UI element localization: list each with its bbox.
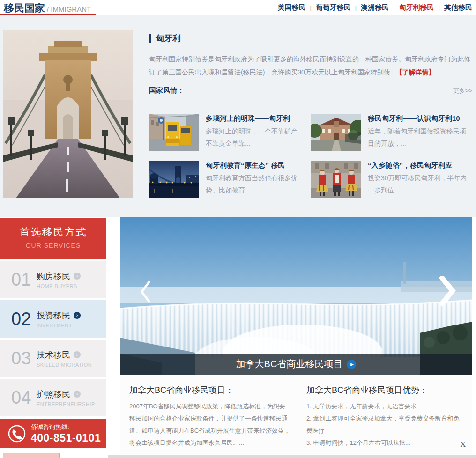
- hero-image-chain-bridge: [3, 30, 133, 198]
- hotline-texts: 侨诚咨询热线: 400-851-0101: [31, 423, 101, 444]
- nav-separator: |: [355, 4, 357, 11]
- advantage-item: 2. 拿到工签即可全家登录加拿大，享受免费义务教育和免费医疗: [306, 413, 464, 437]
- news-excerpt: 近年，随着匈牙利国债投资移民项目的开放，...: [368, 125, 472, 149]
- news-title[interactable]: “入乡随俗”，移民匈牙利应: [368, 161, 472, 170]
- news-thumbnail-trams: [149, 114, 199, 151]
- nav-item-portugal[interactable]: 葡萄牙移民: [316, 3, 351, 11]
- bottom-strip: [108, 455, 476, 458]
- service-labels: 投资移民 › INVESTMENT: [37, 310, 81, 328]
- night-bridge-illustration: [149, 161, 199, 198]
- carousel-caption: 加拿大BC省商业移民项目: [236, 358, 343, 370]
- phone-icon: [7, 424, 26, 443]
- advantage-item: 1. 无学历要求，无年龄要求，无语言要求: [306, 400, 464, 413]
- service-item-home-buyers[interactable]: 01 购房移民 › HOME BUYERS: [0, 261, 106, 298]
- service-label-en: HOME BUYERS: [37, 283, 81, 289]
- title-accent-bar: [149, 34, 151, 43]
- nav-item-australia[interactable]: 澳洲移民: [361, 3, 389, 11]
- project-body: 2007年BC省移民局调整移民政策，降低甄选标准，为想要移民加国的合格企业家房款…: [129, 400, 290, 449]
- news-thumbnail-university: [311, 114, 361, 151]
- next-block-partial: [3, 453, 60, 458]
- close-button[interactable]: X: [460, 440, 466, 449]
- service-label-cn: 技术移民: [37, 349, 70, 361]
- hotline-label: 侨诚咨询热线:: [31, 423, 101, 431]
- news-item-folk-dancers[interactable]: “入乡随俗”，移民匈牙利应 投资30万即可移民匈牙利，半年内一步到位...: [311, 161, 472, 199]
- news-title[interactable]: 匈牙利教育“原生态” 移民: [206, 161, 302, 170]
- folk-dancers-illustration: [311, 161, 361, 198]
- news-text: 多瑙河上的明珠——匈牙利 多瑙河上的明珠，一个不靠矿产不靠黄金单靠...: [206, 114, 302, 152]
- detail-link[interactable]: 【了解详情】: [396, 68, 435, 76]
- project-title: 加拿大BC省商业移民项目：: [129, 384, 290, 396]
- service-item-passport[interactable]: 04 护照移民 › ENTREPRENEURSHIP: [0, 379, 106, 416]
- news-text: 匈牙利教育“原生态” 移民 匈牙利教育方面当然也有很多优势。比如教育...: [206, 161, 302, 199]
- chevron-right-icon: ›: [74, 391, 81, 398]
- service-labels: 技术移民 › SKILLED MIGRATION: [37, 349, 92, 368]
- news-title[interactable]: 多瑙河上的明珠——匈牙利: [206, 114, 302, 123]
- news-item-night-bridge[interactable]: 匈牙利教育“原生态” 移民 匈牙利教育方面当然也有很多优势。比如教育...: [149, 161, 302, 199]
- chevron-right-icon: ›: [74, 273, 81, 280]
- nav-separator: |: [310, 4, 311, 11]
- service-item-skilled-migration[interactable]: 03 技术移民 › SKILLED MIGRATION: [0, 340, 106, 377]
- news-text: 移民匈牙利——认识匈牙利10 近年，随着匈牙利国债投资移民项目的开放，...: [368, 114, 472, 152]
- service-labels: 护照移民 › ENTREPRENEURSHIP: [37, 389, 95, 407]
- project-advantages-column: 加拿大BC省商业移民项目优势： 1. 无学历要求，无年龄要求，无语言要求 2. …: [306, 376, 464, 449]
- news-thumbnail-night-bridge: [149, 161, 199, 198]
- service-number: 03: [11, 348, 37, 369]
- hotline-box: 侨诚咨询热线: 400-851-0101: [0, 419, 106, 448]
- column-divider: [298, 383, 298, 448]
- advantage-item: 3. 申请时间快，12个月左右可以获批...: [306, 437, 464, 449]
- nav-item-other[interactable]: 其他移民: [444, 3, 472, 11]
- news-excerpt: 投资30万即可移民匈牙利，半年内一步到位...: [368, 172, 472, 196]
- university-illustration: [311, 114, 361, 151]
- service-label-cn: 投资移民: [37, 310, 70, 321]
- lower-main: 加拿大BC省商业移民项目 ▶ 加拿大BC省商业移民项目： 2007年BC省移民局…: [120, 217, 472, 375]
- lower-section: 首选移民方式 OUR SERVICES 01 购房移民 › HOME BUYER…: [0, 217, 476, 458]
- news-grid: 多瑙河上的明珠——匈牙利 多瑙河上的明珠，一个不靠矿产不靠黄金单靠...: [149, 114, 472, 199]
- country-section: 匈牙利 匈牙利国家特别债券是匈牙利政府为了吸引更多的海外移民而特别设置的一种国家…: [149, 28, 472, 199]
- project-panel: 加拿大BC省商业移民项目： 2007年BC省移民局调整移民政策，降低甄选标准，为…: [120, 376, 472, 454]
- service-label-cn: 护照移民: [37, 389, 70, 400]
- project-description-column: 加拿大BC省商业移民项目： 2007年BC省移民局调整移民政策，降低甄选标准，为…: [129, 376, 290, 449]
- customs-label: 国家风情：: [149, 86, 184, 95]
- news-thumbnail-folk-dancers: [311, 161, 361, 198]
- nav-separator: |: [439, 4, 440, 11]
- country-title-row: 匈牙利: [149, 33, 472, 44]
- service-label-en: INVESTMENT: [37, 323, 81, 328]
- trams-illustration: [149, 114, 199, 151]
- advantages-title: 加拿大BC省商业移民项目优势：: [306, 384, 464, 396]
- page: 移民国家/ IMMIGRANT 美国移民|葡萄牙移民|澳洲移民|匈牙利移民|其他…: [0, 0, 476, 458]
- chevron-right-icon: ›: [74, 312, 81, 319]
- service-number: 01: [11, 270, 37, 290]
- niagara-falls-illustration: [120, 217, 472, 375]
- title-underline: [0, 14, 96, 15]
- play-icon: ▶: [347, 360, 356, 369]
- services-title-en: OUR SERVICES: [0, 242, 106, 249]
- service-number: 02: [11, 309, 37, 329]
- more-link[interactable]: 更多>>: [453, 87, 472, 95]
- nav-item-usa[interactable]: 美国移民: [277, 3, 305, 11]
- nav-item-hungary[interactable]: 匈牙利移民: [399, 3, 434, 11]
- news-item-trams[interactable]: 多瑙河上的明珠——匈牙利 多瑙河上的明珠，一个不靠矿产不靠黄金单靠...: [149, 114, 302, 152]
- hotline-number: 400-851-0101: [31, 432, 101, 444]
- service-item-investment[interactable]: 02 投资移民 › INVESTMENT: [0, 300, 106, 338]
- carousel: 加拿大BC省商业移民项目 ▶: [120, 217, 472, 375]
- service-label-en: ENTREPRENEURSHIP: [37, 401, 95, 407]
- news-item-university[interactable]: 移民匈牙利——认识匈牙利10 近年，随着匈牙利国债投资移民项目的开放，...: [311, 114, 472, 152]
- country-title: 匈牙利: [156, 33, 181, 44]
- carousel-prev-icon[interactable]: [139, 279, 152, 304]
- news-excerpt: 多瑙河上的明珠，一个不靠矿产不靠黄金单靠...: [206, 125, 302, 149]
- service-number: 04: [11, 388, 37, 408]
- service-label-en: SKILLED MIGRATION: [37, 362, 92, 368]
- news-title[interactable]: 移民匈牙利——认识匈牙利10: [368, 114, 472, 123]
- top-nav: 美国移民|葡萄牙移民|澳洲移民|匈牙利移民|其他移民: [277, 3, 472, 12]
- carousel-caption-link[interactable]: 加拿大BC省商业移民项目 ▶: [120, 354, 472, 375]
- nav-separator: |: [393, 4, 394, 11]
- services-header: 首选移民方式 OUR SERVICES: [0, 218, 106, 259]
- country-intro: 匈牙利国家特别债券是匈牙利政府为了吸引更多的海外移民而特别设置的一种国家债券。匈…: [149, 52, 472, 79]
- customs-row: 国家风情： 更多>>: [149, 86, 472, 101]
- carousel-next-icon[interactable]: [439, 276, 456, 306]
- chain-bridge-illustration: [3, 30, 133, 198]
- service-label-cn: 购房移民: [37, 271, 70, 282]
- news-text: “入乡随俗”，移民匈牙利应 投资30万即可移民匈牙利，半年内一步到位...: [368, 161, 472, 199]
- services-title-cn: 首选移民方式: [0, 225, 106, 239]
- services-sidebar: 首选移民方式 OUR SERVICES 01 购房移民 › HOME BUYER…: [0, 217, 106, 458]
